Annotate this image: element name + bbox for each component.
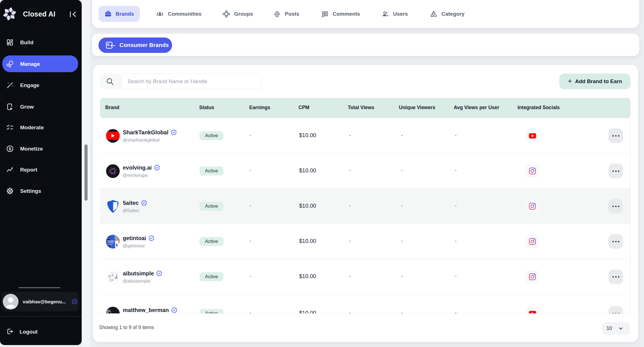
svg-text:$: $ (9, 146, 11, 151)
